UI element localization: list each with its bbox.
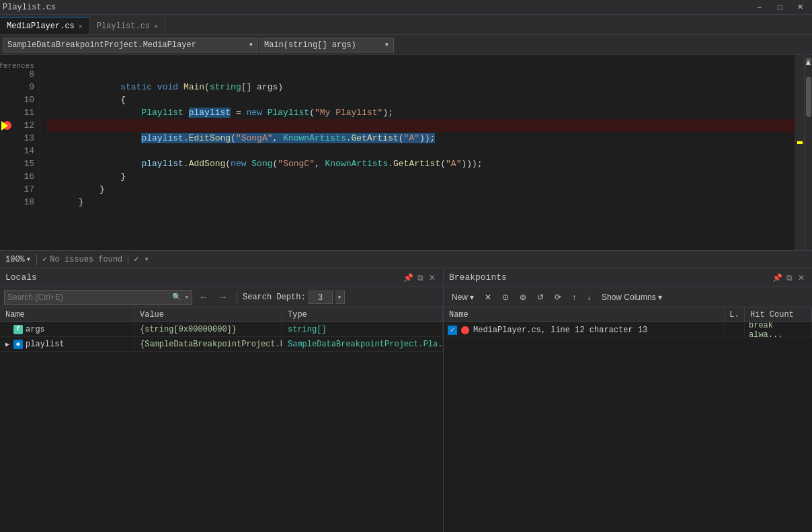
local-type-playlist: SampleDataBreakpointProject.Pla...	[282, 337, 443, 351]
locals-search-toolbar: 🔍 ▾ ← → Search Depth: ▾	[0, 287, 443, 307]
minimize-button[interactable]: −	[750, 1, 769, 13]
code-line-13	[47, 132, 795, 145]
close-button[interactable]: ✕	[790, 1, 809, 13]
bp-enable-all-button[interactable]: ⊙	[498, 290, 513, 305]
locals-pin-button[interactable]: 📌	[403, 272, 413, 283]
bp-name-text: MediaPlayer.cs, line 12 character 13	[473, 326, 647, 335]
depth-dropdown[interactable]: ▾	[335, 291, 345, 304]
bp-hit-count: break alwa...	[749, 322, 807, 338]
code-line-15: }	[47, 157, 795, 170]
bp-refresh-icon: ↺	[537, 293, 544, 302]
bp-new-button[interactable]: New ▾	[448, 290, 478, 305]
local-row-args[interactable]: f args {string[0x00000000]} string[]	[0, 322, 443, 337]
args-field-icon: f	[13, 325, 23, 334]
current-line-arrow	[1, 121, 8, 130]
bp-down-icon: ↓	[587, 293, 591, 302]
code-content[interactable]: static void Main(string[] args) { Playli…	[40, 55, 795, 250]
project-dropdown[interactable]: SampleDataBreakpointProject.MediaPlayer …	[3, 38, 258, 52]
col-header-name: Name	[0, 307, 134, 321]
search-input[interactable]	[7, 293, 169, 302]
bp-pin-button[interactable]: 📌	[772, 272, 782, 283]
line-15: 15	[0, 157, 40, 170]
tab-playlist[interactable]: Playlist.cs ✕	[90, 17, 165, 34]
title-bar-left: Playlist.cs	[3, 3, 56, 12]
title-bar-right: − □ ✕	[750, 1, 809, 13]
editor-scrollbar[interactable]: ▲	[804, 55, 812, 250]
bp-cell-l	[725, 322, 745, 338]
zoom-arrow: ▾	[26, 254, 31, 264]
show-columns-label: Show Columns	[602, 293, 656, 302]
method-dropdown[interactable]: Main(string[] args) ▾	[259, 38, 394, 52]
scroll-thumb[interactable]	[806, 77, 811, 117]
tab-mediaplayer-close[interactable]: ✕	[79, 22, 83, 30]
bp-float-button[interactable]: ⧉	[784, 272, 795, 283]
line-12: 12	[0, 119, 40, 132]
local-name-playlist: ▶ ◉ playlist	[0, 337, 134, 351]
status-sep2	[128, 254, 128, 265]
args-expand-arrow	[5, 326, 9, 333]
bp-red-dot	[461, 326, 469, 334]
bp-down-button[interactable]: ↓	[583, 290, 595, 305]
bp-row-0[interactable]: ✓ MediaPlayer.cs, line 12 character 13 b…	[444, 322, 812, 338]
bp-delete-button[interactable]: ✕	[481, 290, 495, 305]
tab-bar: MediaPlayer.cs ✕ Playlist.cs ✕	[0, 15, 812, 35]
local-row-playlist[interactable]: ▶ ◉ playlist {SampleDataBreakpointProjec…	[0, 337, 443, 352]
bp-checkbox[interactable]: ✓	[448, 326, 457, 335]
bp-col-headers: Name L. Hit Count	[444, 307, 812, 322]
search-input-wrap[interactable]: 🔍 ▾	[4, 290, 192, 305]
zoom-control[interactable]: 100% ▾	[5, 254, 31, 264]
bp-refresh-button[interactable]: ↺	[533, 290, 548, 305]
search-next-button[interactable]: →	[214, 290, 231, 305]
line-17: 17	[0, 183, 40, 196]
show-columns-arrow: ▾	[658, 293, 662, 302]
editor-right-gutter	[795, 55, 804, 250]
code-line-9: {	[47, 81, 795, 93]
tab-mediaplayer-label: MediaPlayer.cs	[7, 22, 75, 31]
bp-enable-all-icon: ⊙	[502, 293, 509, 302]
tab-playlist-close[interactable]: ✕	[154, 22, 158, 30]
local-value-playlist: {SampleDataBreakpointProject.Playlist}	[134, 337, 282, 351]
line-11: 11	[0, 106, 40, 119]
col-header-type: Type	[282, 307, 443, 321]
code-line-10: Playlist playlist = new Playlist("My Pla…	[47, 93, 795, 106]
playlist-obj-icon: ◉	[13, 340, 23, 349]
zoom-level: 100%	[5, 255, 25, 264]
scroll-up-arrow[interactable]: ▲	[806, 58, 811, 63]
locals-rows: f args {string[0x00000000]} string[] ▶ ◉…	[0, 322, 443, 532]
line-18: 18	[0, 196, 40, 208]
locals-panel: Locals 📌 ⧉ ✕ 🔍 ▾ ← → Search Depth: ▾ Nam…	[0, 268, 444, 532]
line-10: 10	[0, 93, 40, 106]
project-dropdown-value: SampleDataBreakpointProject.MediaPlayer	[7, 40, 196, 50]
bp-up-button[interactable]: ↑	[568, 290, 580, 305]
editor-status-bar: 100% ▾ ✓ No issues found ✓ ▾	[0, 250, 812, 268]
bp-col-header-name: Name	[444, 307, 725, 321]
line-13: 13	[0, 132, 40, 145]
bp-new-label: New	[452, 293, 468, 302]
show-columns-button[interactable]: Show Columns ▾	[598, 290, 666, 305]
search-prev-button[interactable]: ←	[195, 290, 212, 305]
bp-disable-all-button[interactable]: ⊚	[516, 290, 530, 305]
locals-col-headers: Name Value Type	[0, 307, 443, 322]
bp-refresh2-button[interactable]: ⟳	[551, 290, 565, 305]
check-arrow: ▾	[145, 254, 149, 264]
playlist-expand-arrow[interactable]: ▶	[5, 340, 9, 348]
search-dropdown-arrow[interactable]: ▾	[184, 293, 189, 301]
code-line-18	[47, 196, 795, 208]
title-filename: Playlist.cs	[3, 3, 56, 12]
tab-mediaplayer[interactable]: MediaPlayer.cs ✕	[0, 17, 90, 34]
issues-text: No issues found	[50, 255, 122, 264]
search-icon[interactable]: 🔍	[172, 293, 181, 301]
check-icon: ✓	[134, 254, 138, 264]
bp-close-button[interactable]: ✕	[796, 272, 807, 283]
method-dropdown-arrow: ▾	[384, 40, 389, 50]
bp-panel-title: Breakpoints	[449, 272, 507, 282]
locals-close-button[interactable]: ✕	[427, 272, 438, 283]
location-bar: SampleDataBreakpointProject.MediaPlayer …	[0, 35, 812, 55]
locals-float-button[interactable]: ⧉	[415, 272, 425, 283]
maximize-button[interactable]: □	[770, 1, 789, 13]
bp-cell-name: ✓ MediaPlayer.cs, line 12 character 13	[444, 322, 725, 338]
local-value-args: {string[0x00000000]}	[134, 322, 282, 336]
code-line-8: static void Main(string[] args)	[47, 68, 795, 81]
depth-input[interactable]	[309, 291, 333, 304]
local-name-args: f args	[0, 322, 134, 336]
